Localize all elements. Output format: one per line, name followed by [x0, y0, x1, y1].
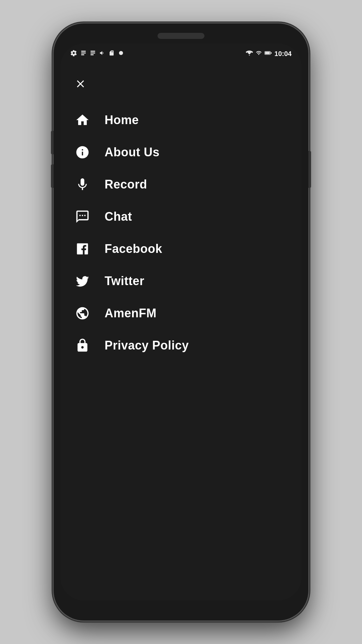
facebook-icon [74, 240, 91, 258]
circle-icon [118, 50, 124, 58]
menu-item-twitter[interactable]: Twitter [60, 265, 302, 297]
power-button[interactable] [308, 151, 311, 188]
menu-content: Home About Us Record [60, 64, 302, 600]
status-icons-left [70, 50, 124, 58]
volume-down-button[interactable] [51, 164, 54, 188]
status-icons-right: 10:04 [246, 50, 292, 58]
menu-item-record[interactable]: Record [60, 168, 302, 201]
screen: 10:04 Home [60, 44, 302, 600]
record-label: Record [105, 177, 147, 192]
gear-icon [70, 50, 77, 58]
twitter-icon [74, 272, 91, 290]
close-button[interactable] [70, 74, 90, 94]
signal-icon [256, 50, 262, 58]
about-us-label: About Us [105, 145, 160, 159]
facebook-label: Facebook [105, 242, 162, 256]
battery-icon [264, 50, 272, 58]
menu-item-chat[interactable]: Chat [60, 201, 302, 233]
volume-icon [99, 50, 105, 58]
twitter-label: Twitter [105, 274, 144, 288]
wifi-icon [246, 50, 253, 58]
menu-item-amenfm[interactable]: AmenFM [60, 297, 302, 329]
lock-icon [74, 337, 91, 354]
phone-frame: 10:04 Home [54, 23, 308, 621]
menu-item-home[interactable]: Home [60, 104, 302, 136]
chat-icon [74, 208, 91, 225]
status-time: 10:04 [275, 50, 292, 58]
status-bar: 10:04 [60, 44, 302, 64]
menu-item-about-us[interactable]: About Us [60, 136, 302, 168]
menu-item-facebook[interactable]: Facebook [60, 233, 302, 265]
speaker-grille [158, 33, 204, 39]
home-label: Home [105, 113, 139, 127]
amenfm-label: AmenFM [105, 306, 157, 320]
svg-rect-2 [265, 52, 270, 54]
home-icon [74, 111, 91, 129]
info-icon [74, 144, 91, 161]
chat-label: Chat [105, 210, 132, 224]
svg-point-0 [119, 51, 123, 55]
globe-icon [74, 305, 91, 322]
sd-card-icon [109, 50, 115, 58]
privacy-policy-label: Privacy Policy [105, 338, 189, 353]
notification-icon-1 [80, 50, 86, 58]
svg-rect-3 [270, 52, 272, 54]
menu-item-privacy-policy[interactable]: Privacy Policy [60, 329, 302, 362]
microphone-icon [74, 176, 91, 193]
volume-up-button[interactable] [51, 131, 54, 154]
notification-icon-2 [90, 50, 96, 58]
